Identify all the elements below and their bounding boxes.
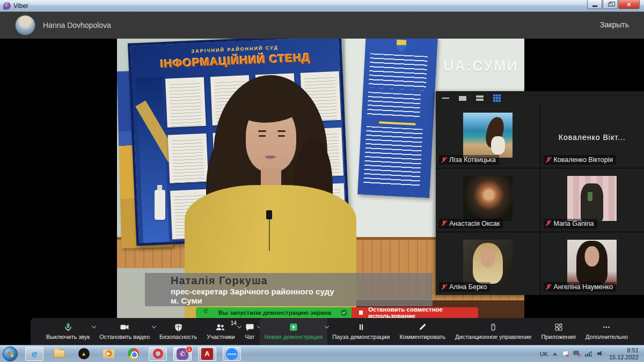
more-button[interactable]: Дополнительно: [581, 318, 633, 345]
security-button[interactable]: Безопасность: [155, 318, 202, 345]
stop-icon: [359, 311, 363, 315]
remote-control-button[interactable]: Дистанционное управление: [450, 318, 536, 345]
windows-logo-icon: [8, 351, 13, 357]
mic-muted-icon: [546, 157, 551, 164]
participant-tile[interactable]: Ангеліна Науменко: [540, 232, 644, 295]
speaker-view-icon[interactable]: [459, 96, 466, 101]
camera-icon: [119, 321, 130, 333]
emblem-icon: [396, 40, 406, 52]
folder-icon: [54, 350, 65, 358]
clock-time: 8:51: [609, 347, 639, 354]
participant-tile[interactable]: Аліна Берко: [436, 232, 540, 295]
mic-muted-icon: [441, 284, 447, 291]
close-call-button[interactable]: Закрыть: [600, 20, 629, 29]
tv-channel-watermark: UA:СУМИ: [443, 58, 518, 75]
taskbar-acrobat[interactable]: A: [198, 347, 216, 361]
call-header: Hanna Dovhopolova Закрыть: [0, 12, 644, 39]
participant-tile[interactable]: Maria Ganina: [540, 168, 644, 231]
stop-share-label: Остановить совместное использование: [368, 306, 478, 319]
participants-count-badge: 14: [231, 320, 237, 326]
right-poster: [357, 39, 438, 198]
apps-button[interactable]: Приложения: [536, 318, 580, 345]
media-player-icon: [103, 350, 114, 358]
caption-city: м. Суми: [171, 296, 427, 305]
caption-role: прес-секретар Зарічного районного суду: [171, 287, 427, 296]
share-status-text: Вы запустили демонстрацию экрана: [209, 309, 341, 316]
mic-muted-icon: [441, 157, 447, 164]
caption-name: Наталія Горкуша: [171, 275, 427, 287]
pause-icon: [356, 321, 366, 333]
participant-name: Maria Ganina: [554, 220, 594, 227]
taskbar-chrome[interactable]: [124, 347, 142, 361]
action-center-icon[interactable]: [562, 351, 568, 357]
taskbar-aimp[interactable]: ▲: [75, 347, 93, 361]
zoom-meeting-toolbar: Выключить звук Остановить видео Безопасн…: [31, 318, 644, 345]
screen-share-status-banner: Вы запустили демонстрацию экрана: [196, 307, 352, 318]
system-tray: UK 8:51 15.12.2022: [540, 347, 644, 361]
participant-tile[interactable]: Анастасія Оксак: [436, 168, 540, 231]
check-icon: [341, 309, 347, 316]
participant-tile[interactable]: Ліза Котвицька: [436, 105, 540, 168]
taskbar-internet-explorer[interactable]: e: [25, 347, 43, 361]
stop-share-button[interactable]: Остановить совместное использование: [352, 307, 478, 318]
participant-name: Ліза Котвицька: [449, 156, 496, 164]
gallery-view-icon[interactable]: [493, 94, 501, 102]
show-hidden-icons[interactable]: [553, 352, 557, 356]
strip-view-icon[interactable]: [476, 95, 484, 101]
sanitizer-bottle: [155, 190, 165, 220]
chat-icon: [245, 321, 255, 333]
avatar[interactable]: [15, 15, 35, 35]
volume-icon[interactable]: [597, 351, 604, 357]
lower-third-caption: Наталія Горкуша прес-секретар Зарічного …: [145, 273, 433, 306]
participant-name: Ангеліна Науменко: [554, 283, 613, 291]
pause-share-button[interactable]: Пауза демонстрации: [327, 318, 394, 345]
mute-button[interactable]: Выключить звук: [41, 318, 94, 345]
internet-explorer-icon: e: [32, 348, 38, 360]
minimize-button[interactable]: [587, 0, 602, 9]
panel-minimize-icon[interactable]: [442, 98, 449, 99]
taskbar-viber[interactable]: ✆1: [173, 347, 192, 361]
clock-date: 15.12.2022: [609, 354, 639, 361]
phone-icon: [203, 310, 209, 315]
network-status-icon[interactable]: [573, 351, 580, 357]
acrobat-icon: A: [201, 348, 213, 360]
participants-button[interactable]: 14 Участники: [202, 318, 240, 345]
close-button[interactable]: ✕: [618, 0, 640, 9]
aimp-icon: ▲: [78, 348, 90, 359]
taskbar-opera[interactable]: [149, 347, 167, 361]
participant-name: Коваленко Вікторія: [554, 156, 613, 164]
mic-muted-icon: [546, 220, 551, 227]
mouse-icon: [488, 321, 498, 333]
start-button[interactable]: [3, 346, 18, 361]
taskbar-zoom[interactable]: zoom: [223, 347, 241, 361]
more-dots-icon: [602, 321, 611, 333]
shield-icon: [173, 321, 184, 333]
windows-taskbar: e ▲ ✆1 A zoom UK 8:51 15.12.2022: [0, 345, 644, 362]
taskbar-clock[interactable]: 8:51 15.12.2022: [609, 347, 639, 361]
taskbar-media-player[interactable]: [99, 347, 118, 361]
viber-window-titlebar[interactable]: Viber ✕: [0, 0, 644, 12]
stop-video-button[interactable]: Остановить видео: [94, 318, 155, 345]
chat-button[interactable]: Чат: [240, 318, 260, 345]
participant-video-thumbnail: [463, 113, 513, 158]
annotate-button[interactable]: Комментировать: [394, 318, 450, 345]
apps-icon: [554, 321, 564, 333]
language-indicator[interactable]: UK: [540, 351, 548, 357]
participant-video-thumbnail: [567, 240, 617, 285]
chrome-icon: [128, 348, 139, 359]
taskbar-file-explorer[interactable]: [50, 347, 68, 361]
viber-logo-icon: [3, 2, 11, 10]
participant-name: Аліна Берко: [449, 283, 487, 291]
restore-button[interactable]: [603, 0, 618, 9]
viber-notification-badge: 1: [186, 346, 193, 353]
lavalier-mic: [266, 210, 272, 219]
participant-video-thumbnail: [567, 176, 617, 221]
participant-name: Анастасія Оксак: [449, 220, 500, 227]
signal-bars-icon[interactable]: [585, 351, 592, 357]
microphone-icon: [63, 321, 74, 333]
participant-tile[interactable]: Коваленко Вікт... Коваленко Вікторія: [540, 105, 644, 168]
participant-video-thumbnail: [463, 176, 513, 221]
mic-muted-icon: [546, 284, 551, 291]
new-share-button[interactable]: Новая демонстрация: [260, 318, 327, 345]
pencil-icon: [418, 321, 427, 333]
